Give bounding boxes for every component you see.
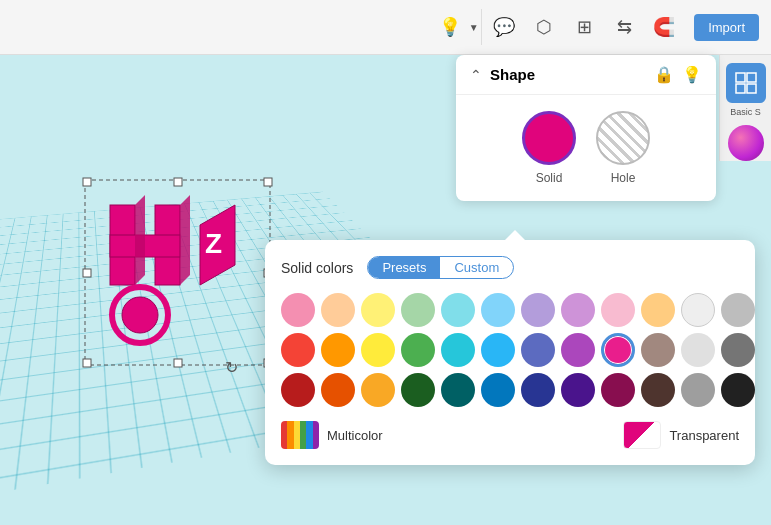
color-swatch[interactable] (721, 373, 755, 407)
color-swatch[interactable] (321, 373, 355, 407)
color-swatch[interactable] (561, 333, 595, 367)
toolbar: 💡 ▼ 💬 ⬡ ⊞ ⇆ 🧲 Import (0, 0, 771, 55)
svg-text:Z: Z (205, 228, 222, 259)
svg-rect-15 (83, 359, 91, 367)
color-swatch[interactable] (681, 333, 715, 367)
basic-s-label: Basic S (730, 107, 761, 117)
hole-circle (596, 111, 650, 165)
transparent-option[interactable]: Transparent (623, 421, 739, 449)
color-swatch[interactable] (321, 333, 355, 367)
svg-rect-11 (174, 178, 182, 186)
svg-marker-4 (180, 195, 190, 285)
color-swatch[interactable] (561, 373, 595, 407)
color-swatch[interactable] (561, 293, 595, 327)
svg-rect-10 (83, 178, 91, 186)
color-swatch[interactable] (681, 373, 715, 407)
color-swatch[interactable] (361, 373, 395, 407)
color-swatch[interactable] (521, 333, 555, 367)
toolbar-grid-icon[interactable]: ⊞ (566, 9, 602, 45)
color-swatch[interactable] (441, 373, 475, 407)
collapse-icon[interactable]: ⌃ (470, 67, 482, 83)
color-swatch[interactable] (401, 333, 435, 367)
color-swatch[interactable] (721, 293, 755, 327)
tab-custom[interactable]: Custom (440, 257, 513, 278)
solid-circle (522, 111, 576, 165)
svg-rect-13 (83, 269, 91, 277)
color-swatch[interactable] (281, 333, 315, 367)
color-swatch[interactable] (521, 373, 555, 407)
color-bottom: Multicolor Transparent (281, 421, 739, 449)
transparent-icon (623, 421, 661, 449)
svg-text:↻: ↻ (225, 359, 238, 375)
color-row-1 (281, 293, 739, 327)
svg-rect-21 (736, 84, 745, 93)
shape-options: Solid Hole (456, 95, 716, 201)
color-picker-panel: Solid colors Presets Custom (265, 240, 755, 465)
color-swatch[interactable] (601, 373, 635, 407)
shape-panel-title: Shape (490, 66, 646, 83)
shape-panel: ⌃ Shape 🔒 💡 Solid Hole (456, 55, 716, 201)
bulb-icon: 💡 (434, 9, 466, 45)
svg-rect-20 (747, 73, 756, 82)
color-swatch[interactable] (401, 373, 435, 407)
color-picker-header: Solid colors Presets Custom (281, 256, 739, 279)
svg-rect-22 (747, 84, 756, 93)
multicolor-icon (281, 421, 319, 449)
lock-icon[interactable]: 🔒 (654, 65, 674, 84)
solid-option[interactable]: Solid (522, 111, 576, 185)
color-swatch[interactable] (361, 333, 395, 367)
toolbar-magnet-icon[interactable]: 🧲 (646, 9, 682, 45)
color-swatch[interactable] (521, 293, 555, 327)
dropdown-arrow-icon: ▼ (466, 9, 482, 45)
color-swatch[interactable] (281, 293, 315, 327)
transparent-label: Transparent (669, 428, 739, 443)
color-swatch[interactable] (641, 293, 675, 327)
color-swatch[interactable] (481, 373, 515, 407)
info-icon[interactable]: 💡 (682, 65, 702, 84)
svg-rect-12 (264, 178, 272, 186)
color-swatch[interactable] (281, 373, 315, 407)
right-sidebar: Basic S (719, 55, 771, 161)
shape-panel-actions: 🔒 💡 (654, 65, 702, 84)
color-swatch[interactable] (361, 293, 395, 327)
solid-label: Solid (536, 171, 563, 185)
color-swatch[interactable] (401, 293, 435, 327)
color-swatch[interactable] (481, 333, 515, 367)
color-swatch[interactable] (601, 293, 635, 327)
hole-option[interactable]: Hole (596, 111, 650, 185)
svg-marker-3 (135, 195, 145, 285)
color-swatch-selected[interactable] (601, 333, 635, 367)
color-picker-title: Solid colors (281, 260, 353, 276)
color-swatch[interactable] (481, 293, 515, 327)
tab-presets[interactable]: Presets (368, 257, 440, 278)
toolbar-bulb-dropdown[interactable]: 💡 ▼ (434, 9, 482, 45)
color-grid (281, 293, 739, 407)
color-swatch[interactable] (321, 293, 355, 327)
toolbar-shape-icon[interactable]: ⬡ (526, 9, 562, 45)
toolbar-comment-icon[interactable]: 💬 (486, 9, 522, 45)
tab-group: Presets Custom (367, 256, 514, 279)
color-swatch[interactable] (681, 293, 715, 327)
color-swatch[interactable] (441, 333, 475, 367)
color-swatch[interactable] (721, 333, 755, 367)
multicolor-label: Multicolor (327, 428, 383, 443)
color-swatch[interactable] (641, 373, 675, 407)
shape-panel-header: ⌃ Shape 🔒 💡 (456, 55, 716, 95)
svg-point-6 (122, 297, 158, 333)
svg-rect-19 (736, 73, 745, 82)
color-swatch[interactable] (641, 333, 675, 367)
toolbar-mirror-icon[interactable]: ⇆ (606, 9, 642, 45)
3d-object: Z ↻ (80, 175, 280, 375)
picker-arrow (505, 230, 525, 240)
color-swatch[interactable] (441, 293, 475, 327)
pink-sphere-icon[interactable] (728, 125, 764, 161)
hole-label: Hole (611, 171, 636, 185)
svg-rect-16 (174, 359, 182, 367)
multicolor-option[interactable]: Multicolor (281, 421, 383, 449)
sidebar-grid-icon[interactable] (726, 63, 766, 103)
color-row-3 (281, 373, 739, 407)
import-button[interactable]: Import (694, 14, 759, 41)
color-row-2 (281, 333, 739, 367)
